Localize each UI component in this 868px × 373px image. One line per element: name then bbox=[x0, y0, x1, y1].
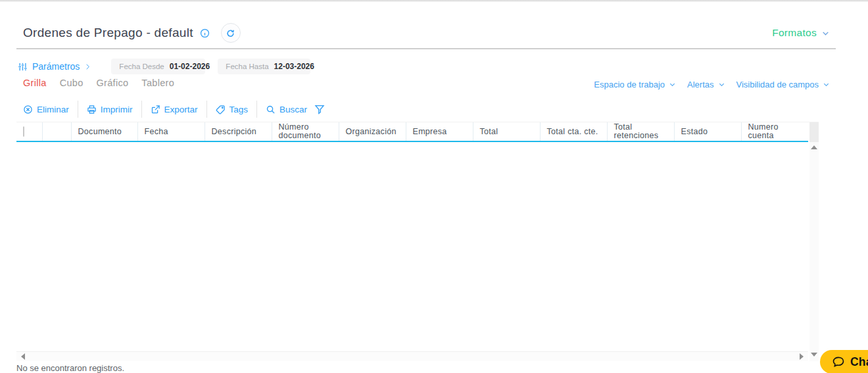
formats-label: Formatos bbox=[772, 27, 817, 39]
parameters-row: Parámetros Fecha Desde 01-02-2026 Fecha … bbox=[18, 59, 310, 74]
fecha-hasta-field[interactable]: Fecha Hasta 12-03-2026 bbox=[218, 59, 310, 74]
fecha-desde-label: Fecha Desde bbox=[119, 62, 164, 70]
column-header-empresa[interactable]: Empresa bbox=[406, 122, 473, 141]
print-button[interactable]: Imprimir bbox=[87, 105, 133, 114]
column-header-documento[interactable]: Documento bbox=[71, 122, 137, 141]
horizontal-scrollbar[interactable] bbox=[16, 351, 808, 361]
column-header-descripcion[interactable]: Descripción bbox=[205, 122, 272, 141]
empty-records-message: No se encontraron registros. bbox=[16, 363, 124, 373]
scrollbar-header-filler bbox=[809, 122, 819, 142]
fecha-hasta-label: Fecha Hasta bbox=[226, 62, 268, 70]
workspace-dropdown[interactable]: Espacio de trabajo bbox=[594, 80, 676, 89]
top-edge-shadow bbox=[0, 0, 868, 2]
grid-table: Documento Fecha Descripción Número docum… bbox=[16, 122, 808, 142]
toolbar-separator bbox=[256, 101, 257, 118]
column-header-numero-cuenta[interactable]: Numero cuenta bbox=[741, 122, 808, 141]
scroll-right-arrow-icon[interactable] bbox=[800, 353, 804, 360]
grid-toolbar: Eliminar Imprimir Exportar Tags bbox=[23, 101, 325, 118]
page-title: Ordenes de Prepago - default bbox=[23, 26, 193, 40]
parameters-toggle[interactable]: Parámetros bbox=[18, 61, 91, 72]
column-header-organizacion[interactable]: Organización bbox=[339, 122, 406, 141]
numero-cuenta-label: Numero cuenta bbox=[748, 123, 789, 140]
view-tabs: Grilla Cubo Gráfico Tablero bbox=[23, 78, 174, 88]
data-grid: Documento Fecha Descripción Número docum… bbox=[16, 122, 819, 361]
printer-icon bbox=[87, 105, 97, 114]
delete-label: Eliminar bbox=[37, 105, 69, 114]
view-links: Espacio de trabajo Alertas Visibilidad d… bbox=[594, 80, 830, 89]
column-header-estado[interactable]: Estado bbox=[674, 122, 741, 141]
page-header: Ordenes de Prepago - default Formatos bbox=[23, 22, 830, 43]
funnel-icon[interactable] bbox=[314, 104, 325, 114]
tab-tablero[interactable]: Tablero bbox=[141, 78, 174, 88]
parameters-label: Parámetros bbox=[32, 61, 80, 72]
column-header-numero-documento[interactable]: Número documento bbox=[272, 122, 339, 141]
export-label: Exportar bbox=[164, 105, 198, 114]
grid-body-empty bbox=[16, 142, 808, 351]
refresh-button[interactable] bbox=[221, 23, 241, 43]
chevron-down-icon bbox=[823, 81, 830, 88]
alerts-label: Alertas bbox=[687, 80, 713, 89]
tab-cubo[interactable]: Cubo bbox=[60, 78, 84, 88]
export-button[interactable]: Exportar bbox=[151, 105, 198, 114]
select-all-cell bbox=[16, 122, 42, 141]
formats-dropdown[interactable]: Formatos bbox=[772, 27, 830, 39]
chevron-right-icon bbox=[84, 62, 91, 71]
grid-header-row: Documento Fecha Descripción Número docum… bbox=[16, 122, 808, 141]
scroll-left-arrow-icon[interactable] bbox=[21, 353, 25, 360]
fecha-desde-value: 01-02-2026 bbox=[170, 62, 210, 71]
search-button[interactable]: Buscar bbox=[266, 105, 307, 114]
header-divider bbox=[16, 48, 836, 49]
toolbar-separator bbox=[141, 101, 142, 118]
search-icon bbox=[266, 105, 276, 114]
delete-button[interactable]: Eliminar bbox=[23, 105, 69, 114]
info-icon[interactable] bbox=[200, 28, 210, 38]
toolbar-separator bbox=[78, 101, 78, 118]
workspace-label: Espacio de trabajo bbox=[594, 80, 665, 89]
tab-grilla[interactable]: Grilla bbox=[23, 78, 47, 88]
chevron-down-icon bbox=[669, 81, 676, 88]
delete-circle-icon bbox=[23, 105, 33, 114]
scroll-down-arrow-icon[interactable] bbox=[811, 353, 817, 357]
fecha-desde-field[interactable]: Fecha Desde 01-02-2026 bbox=[111, 59, 205, 74]
field-visibility-dropdown[interactable]: Visibilidad de campos bbox=[736, 80, 831, 89]
vertical-scrollbar bbox=[808, 122, 819, 361]
tab-grafico[interactable]: Gráfico bbox=[97, 78, 129, 88]
field-visibility-label: Visibilidad de campos bbox=[736, 80, 819, 89]
chevron-down-icon bbox=[821, 29, 830, 37]
select-all-checkbox[interactable] bbox=[23, 126, 24, 137]
export-icon bbox=[151, 105, 160, 114]
grid-main: Documento Fecha Descripción Número docum… bbox=[16, 122, 808, 361]
scroll-up-arrow-icon[interactable] bbox=[811, 145, 817, 149]
row-actions-column bbox=[42, 122, 71, 141]
chat-label: Chat bbox=[850, 355, 868, 369]
alerts-dropdown[interactable]: Alertas bbox=[687, 80, 725, 89]
fecha-hasta-value: 12-03-2026 bbox=[274, 62, 314, 71]
tags-label: Tags bbox=[229, 105, 249, 114]
chevron-down-icon bbox=[718, 81, 725, 88]
toolbar-separator bbox=[206, 101, 207, 118]
tag-icon bbox=[216, 105, 226, 114]
column-header-total[interactable]: Total bbox=[473, 122, 540, 141]
column-header-total-retenciones[interactable]: Total retenciones bbox=[607, 122, 674, 141]
chat-button[interactable]: Chat bbox=[820, 350, 868, 373]
print-label: Imprimir bbox=[101, 105, 133, 114]
sliders-icon bbox=[18, 62, 28, 72]
column-header-fecha[interactable]: Fecha bbox=[137, 122, 205, 141]
search-label: Buscar bbox=[279, 105, 307, 114]
tags-button[interactable]: Tags bbox=[216, 105, 249, 114]
chat-bubble-icon bbox=[832, 355, 845, 368]
column-header-total-cta-cte[interactable]: Total cta. cte. bbox=[540, 122, 607, 141]
vertical-scroll-track[interactable] bbox=[809, 142, 819, 361]
